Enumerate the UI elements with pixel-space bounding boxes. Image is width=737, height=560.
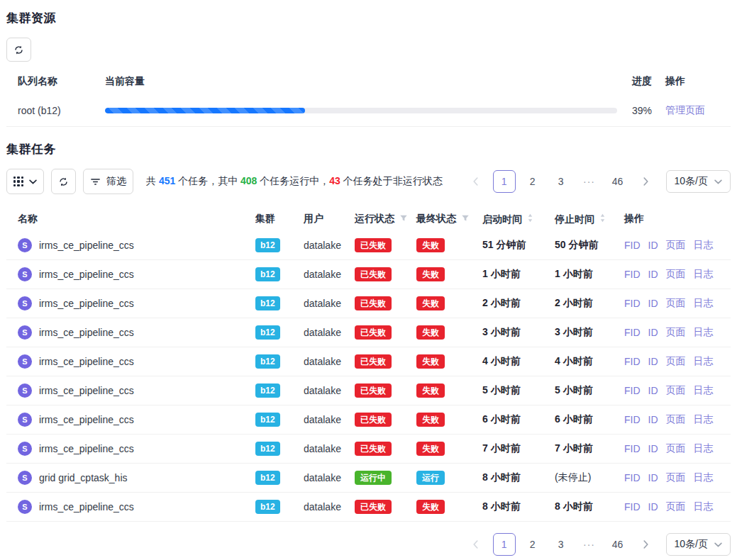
chevron-down-icon xyxy=(714,542,722,547)
start-time-sort-icon[interactable] xyxy=(527,213,533,223)
cluster-badge: b12 xyxy=(255,296,280,310)
op-link-fid[interactable]: FID xyxy=(624,501,641,513)
run-status-badge: 已失败 xyxy=(355,325,392,340)
final-status-badge: 失败 xyxy=(416,238,445,252)
op-link-fid[interactable]: FID xyxy=(624,385,641,396)
final-status-badge: 失败 xyxy=(416,267,445,281)
op-link-id[interactable]: ID xyxy=(648,240,658,251)
run-status-badge: 已失败 xyxy=(355,296,392,310)
op-link-fid[interactable]: FID xyxy=(624,298,641,309)
cluster-badge: b12 xyxy=(255,500,280,514)
stop-time: (未停止) xyxy=(555,471,624,484)
stop-time: 7 小时前 xyxy=(555,442,624,455)
op-link-page[interactable]: 页面 xyxy=(666,413,686,426)
avatar: S xyxy=(18,267,32,281)
op-link-log[interactable]: 日志 xyxy=(694,500,714,513)
op-link-page[interactable]: 页面 xyxy=(666,442,686,455)
op-link-id[interactable]: ID xyxy=(648,414,658,425)
op-link-fid[interactable]: FID xyxy=(624,240,641,251)
op-link-log[interactable]: 日志 xyxy=(694,413,714,426)
stop-time: 8 小时前 xyxy=(555,500,624,513)
pagination-prev-button[interactable] xyxy=(465,170,487,193)
pagination-page-46[interactable]: 46 xyxy=(606,170,629,193)
pagination-page-46[interactable]: 46 xyxy=(606,533,629,556)
op-link-log[interactable]: 日志 xyxy=(694,471,714,484)
column-settings-button[interactable] xyxy=(6,169,44,194)
tasks-refresh-button[interactable] xyxy=(51,169,76,194)
column-stop-time: 停止时间 xyxy=(555,213,624,226)
stop-time: 3 小时前 xyxy=(555,326,624,339)
run-status-badge: 已失败 xyxy=(355,500,392,514)
filter-button[interactable]: 筛选 xyxy=(83,169,133,194)
op-link-id[interactable]: ID xyxy=(648,356,658,367)
op-link-page[interactable]: 页面 xyxy=(666,384,686,397)
op-link-id[interactable]: ID xyxy=(648,269,658,280)
cluster-badge: b12 xyxy=(255,471,280,485)
op-link-fid[interactable]: FID xyxy=(624,356,641,367)
final-status-filter-icon[interactable] xyxy=(461,214,470,223)
stop-time: 2 小时前 xyxy=(555,297,624,310)
resources-table-header: 队列名称 当前容量 进度 操作 xyxy=(6,69,731,94)
op-link-log[interactable]: 日志 xyxy=(694,268,714,281)
op-link-log[interactable]: 日志 xyxy=(694,239,714,252)
avatar: S xyxy=(18,296,32,310)
pagination-page-3[interactable]: 3 xyxy=(550,170,572,193)
pagination-ellipsis[interactable]: ··· xyxy=(578,533,601,556)
refresh-icon xyxy=(13,45,24,55)
final-status-badge: 失败 xyxy=(416,500,445,514)
op-link-log[interactable]: 日志 xyxy=(694,297,714,310)
op-link-id[interactable]: ID xyxy=(648,298,658,309)
task-user: datalake xyxy=(304,240,355,251)
op-link-id[interactable]: ID xyxy=(648,327,658,338)
table-row: S irms_ce_pipeline_ccs b12 datalake 已失败 … xyxy=(6,405,731,435)
pagination-next-button[interactable] xyxy=(635,533,658,556)
pagination-page-1[interactable]: 1 xyxy=(493,170,516,193)
pagination-next-button[interactable] xyxy=(635,170,658,193)
op-link-page[interactable]: 页面 xyxy=(666,355,686,368)
pagination-page-3[interactable]: 3 xyxy=(550,533,572,556)
manage-page-link[interactable]: 管理页面 xyxy=(665,104,705,116)
op-link-id[interactable]: ID xyxy=(648,385,658,396)
row-ops: FIDID页面日志 xyxy=(624,471,731,484)
op-link-fid[interactable]: FID xyxy=(624,472,641,483)
pagination-page-1[interactable]: 1 xyxy=(493,533,516,556)
op-link-page[interactable]: 页面 xyxy=(666,239,686,252)
pagination-ellipsis[interactable]: ··· xyxy=(578,170,601,193)
pagination-bottom: 123···4610条/页 xyxy=(6,533,731,556)
op-link-fid[interactable]: FID xyxy=(624,327,641,338)
op-link-id[interactable]: ID xyxy=(648,472,658,483)
start-time: 51 分钟前 xyxy=(482,239,555,252)
op-link-log[interactable]: 日志 xyxy=(694,355,714,368)
page-size-select[interactable]: 10条/页 xyxy=(666,533,731,556)
pagination-page-2[interactable]: 2 xyxy=(521,533,544,556)
column-run-status: 运行状态 xyxy=(355,213,416,225)
op-link-fid[interactable]: FID xyxy=(624,269,641,280)
avatar-letter: S xyxy=(22,357,27,366)
tasks-summary: 共 451 个任务，其中 408 个任务运行中，43 个任务处于非运行状态 xyxy=(146,175,443,188)
resources-toolbar xyxy=(6,38,731,62)
op-link-log[interactable]: 日志 xyxy=(694,326,714,339)
op-link-log[interactable]: 日志 xyxy=(694,442,714,455)
stop-time-sort-icon[interactable] xyxy=(599,213,606,223)
run-status-filter-icon[interactable] xyxy=(399,214,408,223)
task-name: irms_ce_pipeline_ccs xyxy=(39,298,134,309)
page-size-select[interactable]: 10条/页 xyxy=(666,170,731,193)
table-row: S irms_ce_pipeline_ccs b12 datalake 已失败 … xyxy=(6,231,731,260)
op-link-fid[interactable]: FID xyxy=(624,414,641,425)
op-link-page[interactable]: 页面 xyxy=(666,268,686,281)
op-link-fid[interactable]: FID xyxy=(624,443,641,454)
chevron-down-icon xyxy=(714,179,722,184)
op-link-page[interactable]: 页面 xyxy=(666,297,686,310)
op-link-id[interactable]: ID xyxy=(648,443,658,454)
pagination-prev-button[interactable] xyxy=(465,533,487,556)
pagination-page-2[interactable]: 2 xyxy=(521,170,544,193)
table-row: S irms_ce_pipeline_ccs b12 datalake 已失败 … xyxy=(6,376,731,405)
op-link-log[interactable]: 日志 xyxy=(694,384,714,397)
op-link-id[interactable]: ID xyxy=(648,501,658,513)
start-time: 2 小时前 xyxy=(482,297,555,310)
column-queue-name: 队列名称 xyxy=(6,75,105,88)
op-link-page[interactable]: 页面 xyxy=(666,471,686,484)
op-link-page[interactable]: 页面 xyxy=(666,326,686,339)
op-link-page[interactable]: 页面 xyxy=(666,500,686,513)
resources-refresh-button[interactable] xyxy=(6,38,31,62)
